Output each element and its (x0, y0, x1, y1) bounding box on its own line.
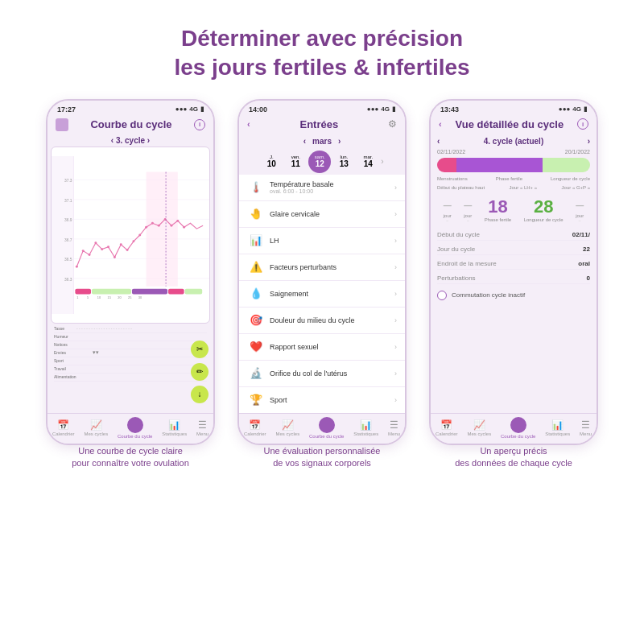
svg-point-24 (126, 249, 129, 251)
phase-num-28: 28 Longueur de cycle (524, 196, 564, 222)
extra-row-4: Envies ▾▾ (54, 349, 207, 357)
nav-label: Courbe du cycle (501, 434, 535, 439)
day-10[interactable]: J. 10 (260, 151, 283, 173)
nav-menu-2[interactable]: ☰ Menu (388, 419, 400, 436)
entry-glaire[interactable]: 🤚 Glaire cervicale › (239, 201, 405, 228)
nav-stats-1[interactable]: 📊 Statistiques (162, 419, 187, 436)
nav-cycles-2[interactable]: 📈 Mes cycles (275, 419, 299, 436)
app-title-1: Courbe du cycle (68, 118, 194, 130)
app-header-3: ‹ Vue détaillée du cycle i (431, 115, 597, 134)
entry-temperature[interactable]: 🌡️ Température basale oval. 6:00 - 10:00… (239, 175, 405, 201)
svg-text:36.3: 36.3 (64, 278, 72, 282)
app-title-2: Entrées (250, 118, 388, 130)
floating-buttons: ✂ ✏ ↓ (191, 341, 208, 403)
sport-icon: 🏆 (247, 391, 265, 409)
entry-rapport[interactable]: ❤️ Rapport sexuel › (239, 334, 405, 361)
label-fertile: Phase fertile (496, 176, 522, 181)
nav-calendrier-3[interactable]: 📅 Calendrier (436, 419, 458, 436)
phase-num-minus-3: – jour – (576, 196, 584, 223)
nav-cycles-3[interactable]: 📈 Mes cycles (467, 419, 491, 436)
entry-sport[interactable]: 🏆 Sport › (239, 387, 405, 413)
entry-facteurs[interactable]: ⚠️ Facteurs perturbants › (239, 254, 405, 281)
status-bar-1: 17:27 ●●● 4G ▮ (47, 101, 213, 115)
svg-text:37.1: 37.1 (64, 199, 72, 203)
screen3-content: ‹ 4. cycle (actuel) › 02/11/2022 20/1/20… (431, 134, 597, 413)
label-gp: Jour « G+P » (562, 185, 590, 190)
fab-share[interactable]: ✂ (191, 341, 208, 358)
entry-lh[interactable]: 📊 LH › (239, 228, 405, 254)
prev-cycle-btn[interactable]: ‹ (437, 137, 440, 146)
phone2-wrapper: 14:00 ●●● 4G ▮ ‹ Entrées ⚙ ‹ mars › (233, 99, 411, 470)
nav-menu-1[interactable]: ☰ Menu (196, 419, 208, 436)
nav-label: Menu (580, 431, 592, 436)
nav-label: Statistiques (353, 431, 378, 436)
extra-row-3: Notices (54, 341, 207, 349)
info-button-3[interactable]: i (577, 118, 588, 130)
bottom-nav-2: 📅 Calendrier 📈 Mes cycles Courbe du cycl… (239, 413, 405, 444)
saignement-icon: 💧 (247, 285, 265, 303)
day-14[interactable]: mar. 14 (357, 151, 379, 173)
fab-download[interactable]: ↓ (191, 386, 208, 403)
cycle-inactive[interactable]: Commutation cycle inactif (437, 291, 590, 300)
day-11[interactable]: ven. 11 (284, 151, 307, 173)
phase-num-18: 18 Phase fertile (485, 196, 511, 222)
more-days-btn[interactable]: › (381, 157, 383, 166)
svg-point-26 (138, 233, 141, 236)
entry-douleur[interactable]: 🎯 Douleur du milieu du cycle › (239, 308, 405, 334)
nav-label: Statistiques (162, 431, 187, 436)
fab-edit[interactable]: ✏ (191, 363, 208, 381)
svg-point-18 (89, 254, 91, 256)
page-header: Déterminer avec précision les jours fert… (142, 0, 502, 99)
phones-container: 17:27 ●●● 4G ▮ Courbe du cycle i ‹ 3. cy… (26, 99, 618, 644)
nav-label: Calendrier (52, 431, 75, 436)
nav-stats-3[interactable]: 📊 Statistiques (545, 419, 570, 436)
day-12[interactable]: sam. 12 (308, 151, 331, 173)
chevron-right-icon: › (394, 237, 397, 245)
chevron-right-icon: › (394, 263, 397, 271)
gear-icon[interactable]: ⚙ (388, 118, 397, 130)
svg-point-21 (107, 246, 109, 248)
nav-cycle-icon (319, 417, 335, 433)
nav-cycle-icon (127, 417, 143, 433)
radio-inactive[interactable] (437, 291, 447, 300)
phone2: 14:00 ●●● 4G ▮ ‹ Entrées ⚙ ‹ mars › (237, 99, 407, 445)
cycle-chart: 37.3 37.1 36.9 36.7 36.5 36.3 (52, 147, 209, 323)
detail-debut: Début du cycle 02/11/ (437, 229, 590, 241)
rapport-icon: ❤️ (247, 338, 265, 356)
next-cycle-btn[interactable]: › (588, 137, 590, 146)
next-month-btn[interactable]: › (338, 137, 341, 146)
svg-point-20 (101, 248, 103, 250)
nav-cycles-1[interactable]: 📈 Mes cycles (84, 419, 108, 436)
screen1-content: ‹ 3. cycle › (47, 134, 213, 413)
nav-calendrier-1[interactable]: 📅 Calendrier (52, 419, 75, 436)
nav-courbe-3[interactable]: Courbe du cycle (501, 417, 535, 439)
svg-text:36.9: 36.9 (64, 218, 72, 222)
nav-courbe-2[interactable]: Courbe du cycle (309, 417, 344, 439)
svg-point-32 (176, 220, 179, 222)
bottom-nav-1: 📅 Calendrier 📈 Mes cycles Courbe du cycl… (47, 413, 213, 444)
entry-orifice[interactable]: 🔬 Orifice du col de l'utérus › (239, 361, 405, 387)
svg-rect-39 (185, 288, 203, 294)
svg-rect-38 (168, 288, 184, 294)
month-label: mars (312, 137, 332, 146)
phone1: 17:27 ●●● 4G ▮ Courbe du cycle i ‹ 3. cy… (46, 99, 215, 445)
detail-jour: Jour du cycle 22 (437, 244, 590, 255)
cycle-label-3: 4. cycle (actuel) (484, 137, 543, 146)
inactive-label: Commutation cycle inactif (452, 291, 525, 299)
chevron-right-icon: › (394, 210, 397, 218)
info-button-1[interactable]: i (194, 119, 205, 130)
day-13[interactable]: lun. 13 (332, 151, 355, 173)
nav-menu-3[interactable]: ☰ Menu (580, 419, 592, 436)
chevron-right-icon: › (394, 290, 397, 298)
nav-stats-2[interactable]: 📊 Statistiques (353, 419, 378, 436)
phase-post (543, 158, 590, 172)
entry-saignement[interactable]: 💧 Saignement › (239, 281, 405, 308)
svg-point-25 (132, 240, 134, 242)
orifice-icon: 🔬 (247, 365, 265, 382)
nav-calendrier-2[interactable]: 📅 Calendrier (244, 419, 266, 436)
detail-perturbations: Perturbations 0 (437, 273, 590, 284)
nav-courbe-1[interactable]: Courbe du cycle (118, 417, 152, 439)
prev-month-btn[interactable]: ‹ (303, 137, 306, 146)
phase-fertile (456, 158, 543, 172)
douleur-icon: 🎯 (247, 312, 265, 329)
